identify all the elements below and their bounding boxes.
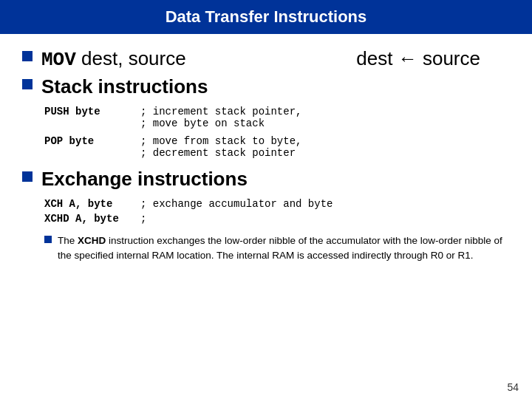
push-row: PUSH byte ; increment stack pointer, ; m… [44, 106, 510, 129]
mov-text: MOV dest, source [41, 47, 186, 71]
mov-keyword: MOV [41, 49, 76, 71]
pop-row: POP byte ; move from stack to byte, ; de… [44, 135, 510, 159]
xch-keyword: XCH A, byte [44, 198, 140, 210]
header-title: Data Transfer Instructions [166, 7, 367, 26]
desc-bullet [44, 236, 52, 243]
bullet-square-stack [22, 79, 33, 89]
main-content: MOV dest, source dest ← source Stack ins… [0, 34, 532, 270]
stack-title: Stack instructions [41, 75, 208, 98]
exchange-code-table: XCH A, byte ; exchange accumulator and b… [44, 198, 510, 225]
exchange-title: Exchange instructions [41, 168, 248, 191]
bullet-square-mov [22, 51, 33, 61]
xchd-description: The XCHD instruction exchanges the low-o… [44, 233, 510, 262]
xchd-comment: ; [140, 213, 146, 225]
stack-section-header: Stack instructions [22, 75, 510, 98]
xchd-keyword: XCHD A, byte [44, 213, 140, 225]
xch-comment: ; exchange accumulator and byte [140, 198, 332, 210]
push-comment: ; increment stack pointer, ; move byte o… [140, 106, 301, 129]
desc-text: The XCHD instruction exchanges the low-o… [58, 233, 510, 262]
mov-section: MOV dest, source dest ← source [22, 47, 510, 71]
pop-comment: ; move from stack to byte, ; decrement s… [140, 135, 301, 159]
push-keyword: PUSH byte [44, 106, 140, 117]
xchd-bold: XCHD [78, 235, 106, 246]
xch-row: XCH A, byte ; exchange accumulator and b… [44, 198, 510, 210]
mov-rest: dest, source [76, 47, 186, 69]
mov-line: MOV dest, source dest ← source [41, 47, 510, 71]
pop-keyword: POP byte [44, 135, 140, 147]
bullet-square-exchange [22, 171, 33, 182]
stack-code-table: PUSH byte ; increment stack pointer, ; m… [44, 106, 510, 159]
page-number: 54 [507, 381, 519, 393]
page-header: Data Transfer Instructions [0, 0, 532, 34]
xchd-row: XCHD A, byte ; [44, 213, 510, 225]
mov-arrow: dest ← source [356, 47, 510, 70]
exchange-section-header: Exchange instructions [22, 168, 510, 191]
